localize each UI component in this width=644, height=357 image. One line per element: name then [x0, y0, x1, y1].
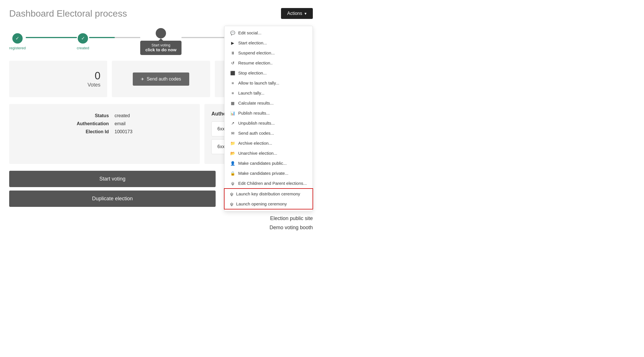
- dropdown-item-start-election[interactable]: ▶ Start election...: [225, 38, 313, 48]
- duplicate-election-button[interactable]: Duplicate election: [9, 191, 216, 207]
- votes-card: 0 Votes: [9, 61, 107, 97]
- votes-label: Votes: [87, 82, 100, 88]
- user-icon: 👤: [230, 161, 235, 166]
- step-created-circle: ✓: [78, 33, 88, 44]
- dropdown-item-edit-social[interactable]: 💬 Edit social...: [225, 28, 313, 38]
- grid-icon: ▦: [230, 101, 235, 105]
- send-icon: ✉: [230, 131, 235, 136]
- actions-button[interactable]: Actions: [281, 8, 313, 19]
- dropdown-item-edit-children-parent[interactable]: ψ Edit Children and Parent elections...: [225, 178, 313, 188]
- dropdown-item-unarchive-election[interactable]: 📂 Unarchive election...: [225, 148, 313, 158]
- page-title: Dashboard Electoral process: [9, 8, 127, 19]
- dropdown-item-suspend-election[interactable]: ⏸ Suspend election...: [225, 48, 313, 58]
- election-public-site-link[interactable]: Election public site: [9, 214, 313, 223]
- step-created-label: created: [77, 46, 89, 50]
- step-start-voting-circle[interactable]: [156, 28, 166, 38]
- step-registered-label: registered: [9, 46, 26, 50]
- dropdown-item-resume-election[interactable]: ↺ Resume election..: [225, 58, 313, 68]
- dropdown-item-publish-results[interactable]: 📊 Publish results...: [225, 108, 313, 118]
- dropdown-item-make-candidates-public[interactable]: 👤 Make candidates public...: [225, 158, 313, 168]
- dropdown-item-launch-key-ceremony[interactable]: ψ Launch key distribution ceremony: [225, 189, 313, 199]
- send-auth-codes-button[interactable]: Send auth codes: [133, 72, 189, 86]
- dropdown-item-launch-tally[interactable]: ≡ Launch tally...: [225, 88, 313, 98]
- dropdown-item-calculate-results[interactable]: ▦ Calculate results...: [225, 98, 313, 108]
- dropdown-item-allow-launch-tally[interactable]: ≡ Allow to launch tally...: [225, 78, 313, 88]
- dropdown-item-send-auth-codes[interactable]: ✉ Send auth codes...: [225, 128, 313, 138]
- stop-icon: ⬛: [230, 71, 235, 75]
- header: Dashboard Electoral process Actions 💬 Ed…: [9, 8, 313, 19]
- pause-icon: ⏸: [230, 51, 235, 55]
- step-registered: ✓ registered: [9, 33, 26, 50]
- psi-icon: ψ: [230, 181, 235, 186]
- unpublish-icon: ↗: [230, 121, 235, 125]
- votes-count: 0: [16, 70, 100, 82]
- psi3-icon: ψ: [230, 201, 233, 206]
- connector-1: [26, 37, 77, 38]
- start-voting-tooltip[interactable]: Start voting click to do now: [140, 41, 182, 55]
- dropdown-items-list: 💬 Edit social... ▶ Start election... ⏸ S…: [225, 28, 313, 209]
- dropdown-item-make-candidates-private[interactable]: 🔒 Make candidates private...: [225, 168, 313, 178]
- svg-point-0: [159, 31, 163, 35]
- election-info-table: Status created Authentication email Elec…: [19, 113, 190, 134]
- lock-icon: 🔒: [230, 171, 235, 176]
- status-label: Status: [19, 113, 109, 118]
- demo-voting-booth-link[interactable]: Demo voting booth: [9, 223, 313, 232]
- election-id-value: 1000173: [115, 129, 190, 134]
- chart-icon: 📊: [230, 111, 235, 115]
- dropdown-item-stop-election[interactable]: ⬛ Stop election...: [225, 68, 313, 78]
- play-icon: ▶: [230, 41, 235, 45]
- start-voting-button[interactable]: Start voting: [9, 171, 216, 187]
- psi2-icon: ψ: [230, 191, 233, 196]
- election-info-card: Status created Authentication email Elec…: [9, 104, 200, 164]
- send-auth-card: Send auth codes: [112, 61, 210, 97]
- list2-icon: ≡: [230, 91, 235, 95]
- list-icon: ≡: [230, 81, 235, 85]
- connector-2: [89, 37, 140, 38]
- chat-icon: 💬: [230, 31, 235, 35]
- status-value: created: [115, 113, 190, 118]
- step-registered-circle: ✓: [12, 33, 23, 44]
- resume-icon: ↺: [230, 61, 235, 65]
- unarchive-icon: 📂: [230, 151, 235, 156]
- highlighted-section: ψ Launch key distribution ceremony ψ Lau…: [224, 188, 313, 209]
- dropdown-item-unpublish-results[interactable]: ↗ Unpublish results...: [225, 118, 313, 128]
- auth-value: email: [115, 121, 190, 126]
- election-id-label: Election Id: [19, 129, 109, 134]
- footer-links: Election public site Demo voting booth: [9, 214, 313, 232]
- actions-dropdown: 💬 Edit social... ▶ Start election... ⏸ S…: [224, 26, 313, 211]
- step-created: ✓ created: [77, 33, 89, 50]
- action-buttons: Start voting Duplicate election: [9, 171, 216, 207]
- auth-label: Authentication: [19, 121, 109, 126]
- dropdown-item-archive-election[interactable]: 📁 Archive election...: [225, 138, 313, 148]
- archive-icon: 📁: [230, 141, 235, 146]
- step-start-voting[interactable]: Start voting click to do now: [140, 28, 182, 55]
- dropdown-item-launch-opening-ceremony[interactable]: ψ Launch opening ceremony: [225, 199, 313, 209]
